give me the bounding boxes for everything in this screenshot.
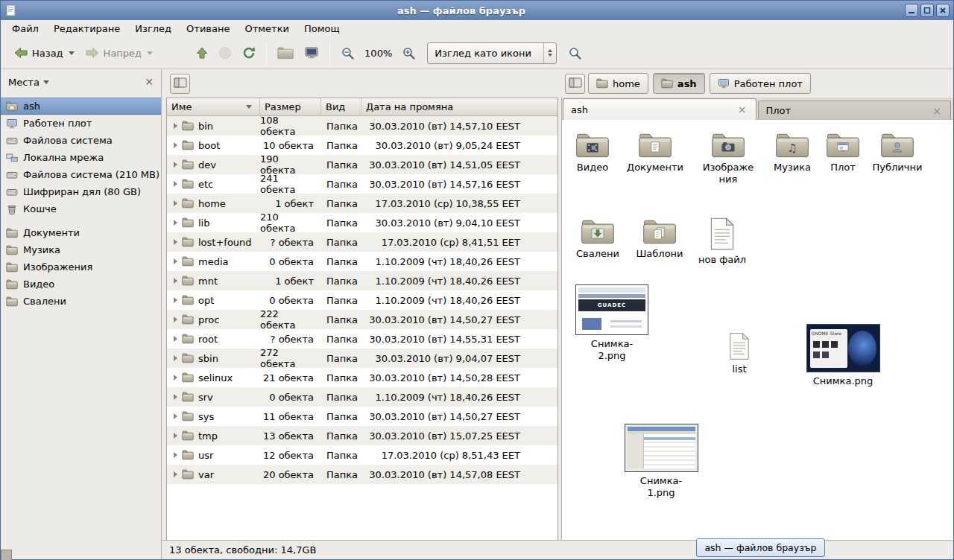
file-row[interactable]: var20 обектаПапка30.03.2010 (вт) 14,57,0…	[167, 465, 557, 484]
sidebar-item-desktop[interactable]: Работен плот	[1, 115, 161, 132]
pathbar-button-ash[interactable]: ash	[653, 73, 705, 94]
icon-item-snimka-2-png[interactable]: GUADECСнимка-2.png	[581, 284, 643, 361]
icon-item-templates[interactable]: Шаблони	[628, 218, 691, 260]
file-row[interactable]: sys11 обектаПапка30.03.2010 (вт) 14,50,2…	[167, 407, 557, 426]
up-button[interactable]	[191, 42, 213, 63]
expander-icon[interactable]	[174, 471, 177, 477]
expander-icon[interactable]	[174, 413, 177, 419]
sidebar-item-filesystem[interactable]: Файлова система	[1, 132, 161, 149]
tab-close-icon[interactable]: ×	[736, 104, 748, 115]
sidebar-item-volume-210mb[interactable]: Файлова система (210 MB)	[1, 166, 161, 183]
expander-icon[interactable]	[174, 142, 177, 148]
taskbar-window-button[interactable]: ash — файлов браузър	[696, 538, 825, 557]
menu-item-go[interactable]: Отиване	[179, 22, 237, 36]
file-row[interactable]: usr12 обектаПапка17.03.2010 (ср) 8,51,43…	[167, 445, 557, 465]
sidebar-item-pictures[interactable]: Изображения	[1, 258, 161, 276]
column-header-modified[interactable]: Дата на промяна	[361, 98, 557, 115]
file-row[interactable]: boot10 обектаПапка30.03.2010 (вт) 9,05,2…	[167, 136, 557, 155]
icon-view[interactable]: ВидеоДокументиИзображения♫МузикаПлотПубл…	[561, 120, 953, 540]
expander-icon[interactable]	[174, 394, 177, 400]
pathbar-button-home[interactable]: home	[588, 73, 648, 94]
icon-item-new-file[interactable]: нов файл	[691, 217, 754, 266]
file-row[interactable]: tmp13 обектаПапка30.03.2010 (вт) 15,07,2…	[167, 426, 557, 445]
tab-ash[interactable]: ash×	[563, 98, 756, 120]
icon-item-desktop[interactable]: Плот	[812, 132, 874, 174]
sidebar-item-network[interactable]: Локална мрежа	[1, 149, 161, 166]
sidebar-item-home[interactable]: ash	[1, 98, 161, 115]
file-row[interactable]: media0 обектаПапка1.10.2009 (чт) 18,40,2…	[167, 252, 557, 271]
home-button[interactable]	[272, 42, 299, 63]
expander-icon[interactable]	[174, 258, 177, 264]
right-pane-location-button[interactable]	[565, 74, 585, 94]
tab-close-icon[interactable]: ×	[931, 106, 943, 116]
file-row[interactable]: proc222 обектаПапка30.03.2010 (вт) 14,50…	[167, 310, 557, 329]
file-row[interactable]: lost+found? обектаПапка17.03.2010 (ср) 8…	[167, 232, 557, 252]
file-row[interactable]: selinux21 обектаПапка30.03.2010 (вт) 14,…	[167, 368, 557, 387]
expander-icon[interactable]	[174, 297, 177, 303]
file-row[interactable]: mnt1 обектПапка1.10.2009 (чт) 18,40,26 E…	[167, 271, 557, 290]
expander-icon[interactable]	[174, 123, 177, 129]
file-row[interactable]: etc241 обектаПапка30.03.2010 (вт) 14,57,…	[167, 174, 557, 194]
expander-icon[interactable]	[174, 278, 177, 284]
sidebar-item-videos[interactable]: Видео	[1, 276, 161, 293]
icon-item-snimka-png[interactable]: GNOME StoreСнимка.png	[812, 324, 874, 387]
sidebar-item-encrypted-80gb[interactable]: Шифриран дял (80 GB)	[1, 183, 161, 200]
icon-item-public[interactable]: Публични	[866, 132, 929, 174]
expander-icon[interactable]	[174, 239, 177, 245]
sidebar-item-documents[interactable]: Документи	[1, 224, 161, 241]
middle-pane-location-button[interactable]	[170, 74, 190, 94]
menu-item-bookmarks[interactable]: Отметки	[237, 22, 296, 36]
menu-item-help[interactable]: Помощ	[297, 22, 347, 36]
forward-dropdown-icon[interactable]	[147, 51, 153, 55]
expander-icon[interactable]	[174, 181, 177, 187]
sidebar-header[interactable]: Места ✕	[1, 69, 161, 95]
expander-icon[interactable]	[174, 336, 177, 342]
file-row[interactable]: sbin272 обектаПапка30.03.2010 (вт) 9,04,…	[167, 349, 557, 368]
forward-button[interactable]: Напред	[80, 43, 158, 63]
tab-desktop[interactable]: Плот×	[758, 101, 952, 120]
expander-icon[interactable]	[174, 433, 177, 439]
column-header-size[interactable]: Размер	[260, 98, 321, 115]
menu-item-edit[interactable]: Редактиране	[46, 22, 127, 36]
sidebar-item-trash[interactable]: Кошче	[1, 200, 161, 217]
search-button[interactable]	[564, 42, 586, 64]
back-dropdown-icon[interactable]	[69, 51, 75, 55]
expander-icon[interactable]	[174, 316, 177, 322]
icon-item-videos[interactable]: Видео	[561, 132, 624, 174]
sidebar-item-downloads[interactable]: Свалени	[1, 293, 161, 310]
sidebar-item-music[interactable]: Музика	[1, 241, 161, 258]
computer-button[interactable]	[299, 42, 324, 63]
file-row[interactable]: opt0 обектаПапка1.10.2009 (чт) 18,40,26 …	[167, 290, 557, 310]
close-button[interactable]	[936, 4, 950, 17]
file-row[interactable]: home1 обектПапка17.03.2010 (ср) 10,38,55…	[167, 194, 557, 213]
stop-button[interactable]	[213, 42, 237, 63]
sidebar-close-icon[interactable]: ✕	[145, 77, 154, 87]
expander-icon[interactable]	[174, 162, 177, 168]
file-row[interactable]: srv0 обектаПапка1.10.2009 (чт) 18,40,26 …	[167, 387, 557, 407]
menu-item-file[interactable]: Файл	[4, 22, 46, 36]
file-row[interactable]: dev190 обектаПапка30.03.2010 (вт) 14,51,…	[167, 155, 557, 174]
file-row[interactable]: root? обектаПапка30.03.2010 (вт) 14,55,3…	[167, 329, 557, 349]
column-header-name[interactable]: Име	[167, 98, 260, 115]
expander-icon[interactable]	[174, 375, 177, 381]
icon-item-documents[interactable]: Документи	[624, 132, 686, 174]
pathbar-button-desktop[interactable]: Работен плот	[710, 73, 811, 94]
icon-item-pictures[interactable]: Изображения	[697, 132, 759, 185]
icon-item-downloads[interactable]: Свалени	[566, 218, 629, 260]
titlebar[interactable]: ash — файлов браузър	[1, 1, 953, 20]
expander-icon[interactable]	[174, 200, 177, 206]
minimize-button[interactable]	[905, 4, 918, 17]
file-row[interactable]: bin108 обектаПапка30.03.2010 (вт) 14,57,…	[167, 116, 557, 136]
maximize-button[interactable]	[920, 4, 934, 17]
zoom-out-button[interactable]	[335, 42, 360, 64]
panel-corner-icon[interactable]	[1, 550, 12, 560]
expander-icon[interactable]	[174, 452, 177, 458]
reload-button[interactable]	[237, 42, 261, 63]
icon-item-list[interactable]: list	[708, 332, 771, 375]
column-header-type[interactable]: Вид	[321, 98, 361, 115]
back-button[interactable]: Назад	[8, 43, 80, 63]
file-row[interactable]: lib210 обектаПапка30.03.2010 (вт) 9,04,1…	[167, 213, 557, 232]
menu-item-view[interactable]: Изглед	[127, 22, 179, 36]
zoom-in-button[interactable]	[397, 42, 421, 64]
expander-icon[interactable]	[174, 355, 177, 361]
